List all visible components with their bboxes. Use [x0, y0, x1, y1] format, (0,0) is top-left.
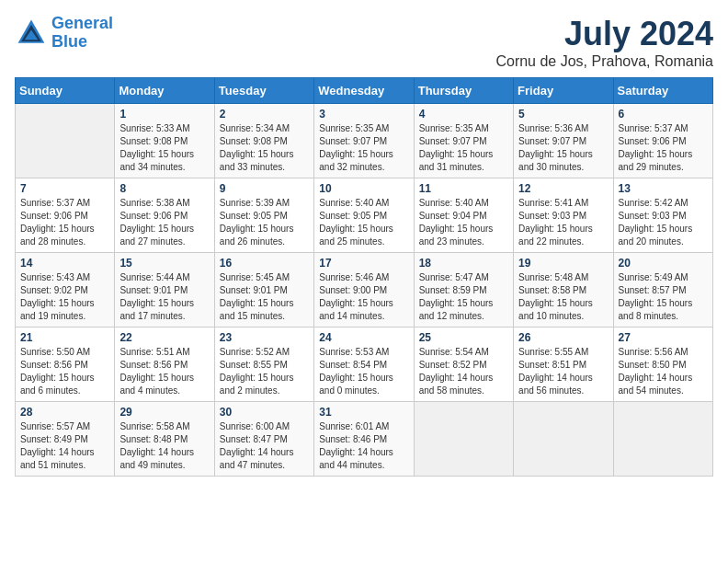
day-cell-4-6 [613, 402, 712, 477]
day-info: Sunrise: 5:41 AM Sunset: 9:03 PM Dayligh… [518, 197, 608, 248]
header-friday: Friday [514, 78, 613, 104]
day-info: Sunrise: 6:01 AM Sunset: 8:46 PM Dayligh… [319, 420, 408, 472]
day-info: Sunrise: 5:35 AM Sunset: 9:07 PM Dayligh… [319, 122, 408, 174]
day-info: Sunrise: 5:40 AM Sunset: 9:05 PM Dayligh… [319, 197, 408, 248]
day-number: 26 [518, 331, 608, 344]
page-header: General Blue July 2024 Cornu de Jos, Pra… [15, 15, 713, 70]
week-row-3: 14Sunrise: 5:43 AM Sunset: 9:02 PM Dayli… [16, 253, 713, 327]
day-info: Sunrise: 5:44 AM Sunset: 9:01 PM Dayligh… [119, 271, 209, 323]
day-number: 17 [319, 257, 408, 270]
day-info: Sunrise: 5:54 AM Sunset: 8:52 PM Dayligh… [419, 346, 508, 397]
day-number: 30 [220, 406, 309, 419]
day-cell-1-6: 13Sunrise: 5:42 AM Sunset: 9:03 PM Dayli… [613, 178, 712, 253]
day-number: 29 [119, 406, 209, 419]
day-number: 15 [119, 257, 209, 270]
day-info: Sunrise: 5:48 AM Sunset: 8:58 PM Dayligh… [518, 271, 608, 323]
calendar-title: July 2024 [495, 15, 713, 53]
day-cell-1-1: 8Sunrise: 5:38 AM Sunset: 9:06 PM Daylig… [115, 178, 214, 253]
day-info: Sunrise: 5:58 AM Sunset: 8:48 PM Dayligh… [119, 420, 209, 472]
header-tuesday: Tuesday [214, 78, 313, 104]
day-info: Sunrise: 5:34 AM Sunset: 9:08 PM Dayligh… [220, 122, 309, 174]
day-cell-0-1: 1Sunrise: 5:33 AM Sunset: 9:08 PM Daylig… [115, 104, 214, 178]
day-info: Sunrise: 5:38 AM Sunset: 9:06 PM Dayligh… [119, 197, 209, 248]
day-number: 13 [619, 182, 708, 195]
calendar-subtitle: Cornu de Jos, Prahova, Romania [495, 53, 713, 70]
day-info: Sunrise: 5:43 AM Sunset: 9:02 PM Dayligh… [20, 271, 109, 323]
logo: General Blue [15, 15, 113, 52]
day-cell-0-4: 4Sunrise: 5:35 AM Sunset: 9:07 PM Daylig… [414, 104, 513, 178]
day-number: 4 [419, 108, 508, 121]
day-cell-0-3: 3Sunrise: 5:35 AM Sunset: 9:07 PM Daylig… [314, 104, 414, 178]
logo-icon [15, 17, 48, 50]
day-cell-4-5 [514, 402, 613, 477]
day-number: 23 [220, 331, 309, 344]
day-number: 18 [419, 257, 508, 270]
day-number: 14 [20, 257, 109, 270]
day-info: Sunrise: 5:52 AM Sunset: 8:55 PM Dayligh… [220, 346, 309, 397]
day-info: Sunrise: 5:57 AM Sunset: 8:49 PM Dayligh… [20, 420, 109, 472]
calendar-header: Sunday Monday Tuesday Wednesday Thursday… [16, 78, 713, 104]
header-thursday: Thursday [414, 78, 513, 104]
day-cell-4-1: 29Sunrise: 5:58 AM Sunset: 8:48 PM Dayli… [115, 402, 214, 477]
day-number: 25 [419, 331, 508, 344]
header-monday: Monday [115, 78, 214, 104]
header-row: Sunday Monday Tuesday Wednesday Thursday… [16, 78, 713, 104]
day-number: 31 [319, 406, 408, 419]
day-number: 3 [319, 108, 408, 121]
day-cell-2-5: 19Sunrise: 5:48 AM Sunset: 8:58 PM Dayli… [514, 253, 613, 327]
day-cell-0-0 [16, 104, 115, 178]
day-cell-1-0: 7Sunrise: 5:37 AM Sunset: 9:06 PM Daylig… [16, 178, 115, 253]
day-cell-3-2: 23Sunrise: 5:52 AM Sunset: 8:55 PM Dayli… [214, 327, 313, 402]
day-info: Sunrise: 5:49 AM Sunset: 8:57 PM Dayligh… [619, 271, 708, 323]
day-info: Sunrise: 6:00 AM Sunset: 8:47 PM Dayligh… [220, 420, 309, 472]
header-wednesday: Wednesday [314, 78, 414, 104]
calendar-table: Sunday Monday Tuesday Wednesday Thursday… [15, 77, 713, 477]
day-cell-3-0: 21Sunrise: 5:50 AM Sunset: 8:56 PM Dayli… [16, 327, 115, 402]
day-cell-2-3: 17Sunrise: 5:46 AM Sunset: 9:00 PM Dayli… [314, 253, 414, 327]
day-info: Sunrise: 5:36 AM Sunset: 9:07 PM Dayligh… [518, 122, 608, 174]
day-cell-2-1: 15Sunrise: 5:44 AM Sunset: 9:01 PM Dayli… [115, 253, 214, 327]
day-number: 7 [20, 182, 109, 195]
day-info: Sunrise: 5:33 AM Sunset: 9:08 PM Dayligh… [119, 122, 209, 174]
header-sunday: Sunday [16, 78, 115, 104]
day-info: Sunrise: 5:37 AM Sunset: 9:06 PM Dayligh… [619, 122, 708, 174]
day-cell-4-0: 28Sunrise: 5:57 AM Sunset: 8:49 PM Dayli… [16, 402, 115, 477]
day-number: 24 [319, 331, 408, 344]
day-cell-3-4: 25Sunrise: 5:54 AM Sunset: 8:52 PM Dayli… [414, 327, 513, 402]
day-number: 6 [619, 108, 708, 121]
week-row-5: 28Sunrise: 5:57 AM Sunset: 8:49 PM Dayli… [16, 402, 713, 477]
day-number: 16 [220, 257, 309, 270]
day-cell-1-4: 11Sunrise: 5:40 AM Sunset: 9:04 PM Dayli… [414, 178, 513, 253]
day-cell-0-6: 6Sunrise: 5:37 AM Sunset: 9:06 PM Daylig… [613, 104, 712, 178]
day-number: 21 [20, 331, 109, 344]
day-info: Sunrise: 5:50 AM Sunset: 8:56 PM Dayligh… [20, 346, 109, 397]
day-info: Sunrise: 5:39 AM Sunset: 9:05 PM Dayligh… [220, 197, 309, 248]
day-info: Sunrise: 5:56 AM Sunset: 8:50 PM Dayligh… [619, 346, 708, 397]
day-cell-2-4: 18Sunrise: 5:47 AM Sunset: 8:59 PM Dayli… [414, 253, 513, 327]
day-number: 27 [619, 331, 708, 344]
title-block: July 2024 Cornu de Jos, Prahova, Romania [495, 15, 713, 70]
week-row-2: 7Sunrise: 5:37 AM Sunset: 9:06 PM Daylig… [16, 178, 713, 253]
day-cell-1-3: 10Sunrise: 5:40 AM Sunset: 9:05 PM Dayli… [314, 178, 414, 253]
day-info: Sunrise: 5:46 AM Sunset: 9:00 PM Dayligh… [319, 271, 408, 323]
logo-text: General Blue [51, 15, 113, 52]
day-cell-1-5: 12Sunrise: 5:41 AM Sunset: 9:03 PM Dayli… [514, 178, 613, 253]
day-cell-2-2: 16Sunrise: 5:45 AM Sunset: 9:01 PM Dayli… [214, 253, 313, 327]
day-number: 10 [319, 182, 408, 195]
day-cell-4-4 [414, 402, 513, 477]
day-number: 2 [220, 108, 309, 121]
day-info: Sunrise: 5:53 AM Sunset: 8:54 PM Dayligh… [319, 346, 408, 397]
day-cell-3-3: 24Sunrise: 5:53 AM Sunset: 8:54 PM Dayli… [314, 327, 414, 402]
day-number: 22 [119, 331, 209, 344]
day-cell-1-2: 9Sunrise: 5:39 AM Sunset: 9:05 PM Daylig… [214, 178, 313, 253]
day-cell-3-5: 26Sunrise: 5:55 AM Sunset: 8:51 PM Dayli… [514, 327, 613, 402]
day-number: 19 [518, 257, 608, 270]
week-row-4: 21Sunrise: 5:50 AM Sunset: 8:56 PM Dayli… [16, 327, 713, 402]
day-info: Sunrise: 5:47 AM Sunset: 8:59 PM Dayligh… [419, 271, 508, 323]
week-row-1: 1Sunrise: 5:33 AM Sunset: 9:08 PM Daylig… [16, 104, 713, 178]
day-info: Sunrise: 5:42 AM Sunset: 9:03 PM Dayligh… [619, 197, 708, 248]
day-cell-2-6: 20Sunrise: 5:49 AM Sunset: 8:57 PM Dayli… [613, 253, 712, 327]
day-info: Sunrise: 5:51 AM Sunset: 8:56 PM Dayligh… [119, 346, 209, 397]
day-info: Sunrise: 5:35 AM Sunset: 9:07 PM Dayligh… [419, 122, 508, 174]
day-info: Sunrise: 5:55 AM Sunset: 8:51 PM Dayligh… [518, 346, 608, 397]
